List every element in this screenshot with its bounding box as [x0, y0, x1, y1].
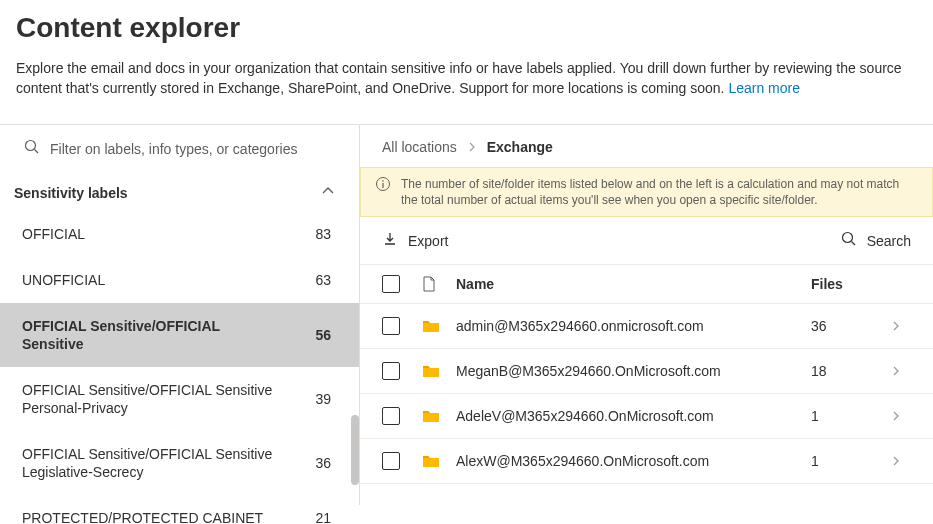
select-all-checkbox[interactable] [382, 275, 400, 293]
export-button[interactable]: Export [382, 231, 448, 250]
search-label: Search [867, 233, 911, 249]
row-files: 1 [811, 453, 881, 469]
svg-point-5 [842, 233, 852, 243]
label-item[interactable]: UNOFFICIAL 63 [0, 257, 359, 303]
chevron-right-icon [881, 408, 911, 424]
row-name: admin@M365x294660.onmicrosoft.com [456, 318, 811, 334]
label-list: OFFICIAL 83 UNOFFICIAL 63 OFFICIAL Sensi… [0, 211, 359, 524]
row-checkbox[interactable] [382, 452, 400, 470]
label-name: OFFICIAL Sensitive/OFFICIAL Sensitive [22, 317, 282, 353]
chevron-right-icon [467, 139, 477, 155]
label-item-selected[interactable]: OFFICIAL Sensitive/OFFICIAL Sensitive 56 [0, 303, 359, 367]
scrollbar-thumb[interactable] [351, 415, 359, 485]
toolbar: Export Search [360, 217, 933, 264]
row-checkbox[interactable] [382, 407, 400, 425]
info-banner: The number of site/folder items listed b… [360, 167, 933, 217]
label-item[interactable]: OFFICIAL Sensitive/OFFICIAL Sensitive Le… [0, 431, 359, 495]
search-icon [841, 231, 857, 250]
chevron-up-icon [321, 184, 335, 201]
folder-icon [422, 364, 456, 378]
table-row[interactable]: MeganB@M365x294660.OnMicrosoft.com 18 [360, 349, 933, 394]
left-panel: Filter on labels, info types, or categor… [0, 125, 360, 505]
svg-point-0 [26, 141, 36, 151]
export-label: Export [408, 233, 448, 249]
label-count: 83 [315, 226, 331, 242]
filter-placeholder: Filter on labels, info types, or categor… [50, 141, 297, 157]
breadcrumb-root[interactable]: All locations [382, 139, 457, 155]
svg-point-3 [382, 180, 384, 182]
label-item[interactable]: OFFICIAL Sensitive/OFFICIAL Sensitive Pe… [0, 367, 359, 431]
folder-icon [422, 319, 456, 333]
column-header-name[interactable]: Name [456, 276, 811, 292]
page-description: Explore the email and docs in your organ… [16, 58, 917, 98]
row-files: 36 [811, 318, 881, 334]
label-name: OFFICIAL Sensitive/OFFICIAL Sensitive Le… [22, 445, 282, 481]
table-row[interactable]: admin@M365x294660.onmicrosoft.com 36 [360, 304, 933, 349]
right-panel: All locations Exchange The number of sit… [360, 125, 933, 505]
label-name: OFFICIAL [22, 225, 85, 243]
row-checkbox[interactable] [382, 362, 400, 380]
label-name: PROTECTED/PROTECTED CABINET [22, 509, 263, 524]
table-header: Name Files [360, 264, 933, 304]
row-name: AdeleV@M365x294660.OnMicrosoft.com [456, 408, 811, 424]
section-header-sensitivity[interactable]: Sensitivity labels [0, 176, 359, 211]
label-count: 56 [315, 327, 331, 343]
filter-input[interactable]: Filter on labels, info types, or categor… [0, 125, 359, 176]
search-button[interactable]: Search [841, 231, 911, 250]
search-icon [24, 139, 40, 158]
page-title: Content explorer [16, 12, 917, 44]
row-checkbox[interactable] [382, 317, 400, 335]
file-type-icon [422, 276, 456, 292]
section-title: Sensitivity labels [14, 185, 128, 201]
svg-line-6 [851, 242, 855, 246]
table-row[interactable]: AlexW@M365x294660.OnMicrosoft.com 1 [360, 439, 933, 484]
label-item[interactable]: OFFICIAL 83 [0, 211, 359, 257]
column-header-files[interactable]: Files [811, 276, 881, 292]
breadcrumb: All locations Exchange [360, 125, 933, 167]
row-name: MeganB@M365x294660.OnMicrosoft.com [456, 363, 811, 379]
download-icon [382, 231, 398, 250]
label-count: 36 [315, 455, 331, 471]
folder-icon [422, 454, 456, 468]
chevron-right-icon [881, 363, 911, 379]
info-icon [375, 176, 391, 196]
chevron-right-icon [881, 318, 911, 334]
info-text: The number of site/folder items listed b… [401, 176, 918, 208]
row-files: 18 [811, 363, 881, 379]
label-name: OFFICIAL Sensitive/OFFICIAL Sensitive Pe… [22, 381, 282, 417]
label-name: UNOFFICIAL [22, 271, 105, 289]
breadcrumb-current: Exchange [487, 139, 553, 155]
svg-line-1 [35, 150, 39, 154]
table-row[interactable]: AdeleV@M365x294660.OnMicrosoft.com 1 [360, 394, 933, 439]
label-count: 21 [315, 510, 331, 524]
label-count: 63 [315, 272, 331, 288]
chevron-right-icon [881, 453, 911, 469]
label-count: 39 [315, 391, 331, 407]
row-files: 1 [811, 408, 881, 424]
row-name: AlexW@M365x294660.OnMicrosoft.com [456, 453, 811, 469]
svg-rect-4 [382, 183, 383, 188]
label-item[interactable]: PROTECTED/PROTECTED CABINET 21 [0, 495, 359, 524]
learn-more-link[interactable]: Learn more [728, 80, 800, 96]
folder-icon [422, 409, 456, 423]
